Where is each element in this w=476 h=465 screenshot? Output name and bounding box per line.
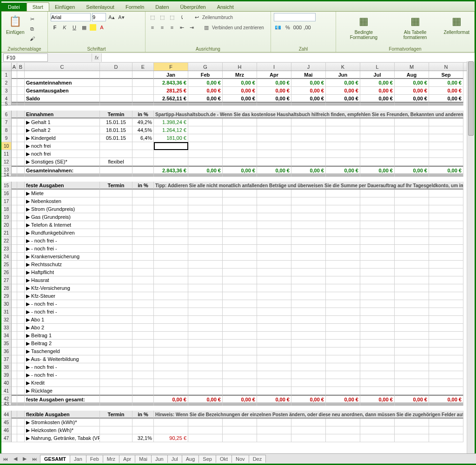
- cell[interactable]: [291, 261, 326, 269]
- row-header[interactable]: 24: [1, 253, 12, 261]
- cell[interactable]: ▶ Rundfunkgebühren: [25, 229, 100, 237]
- sheet-tab[interactable]: Jan: [70, 455, 86, 463]
- cell[interactable]: [395, 261, 429, 269]
- cell[interactable]: [257, 292, 291, 300]
- cell[interactable]: [12, 261, 17, 269]
- align-middle-icon[interactable]: ⬚: [158, 13, 166, 21]
- font-color-button[interactable]: A: [98, 23, 106, 32]
- cell[interactable]: [223, 434, 257, 442]
- currency-icon[interactable]: 💶: [274, 23, 282, 32]
- cell[interactable]: [188, 190, 223, 197]
- cell[interactable]: [360, 205, 395, 213]
- cell[interactable]: [429, 340, 463, 347]
- cell[interactable]: [223, 355, 257, 363]
- cell[interactable]: [223, 300, 257, 308]
- cell[interactable]: ▶ Hausrat: [25, 276, 100, 284]
- cell[interactable]: 0,00 €: [360, 87, 395, 95]
- cell[interactable]: [12, 411, 17, 419]
- cell[interactable]: [132, 142, 154, 150]
- cell[interactable]: ▶ Rechtsschutz: [25, 261, 100, 269]
- cell[interactable]: [223, 229, 257, 237]
- cell[interactable]: [360, 276, 395, 284]
- cell[interactable]: [154, 261, 188, 269]
- cell[interactable]: Mrz: [223, 71, 257, 79]
- cell[interactable]: [395, 419, 429, 426]
- cell[interactable]: [17, 261, 25, 269]
- cell[interactable]: [360, 419, 395, 426]
- cell[interactable]: [188, 205, 223, 213]
- cell[interactable]: [12, 213, 17, 221]
- cell[interactable]: 0,00 €: [154, 395, 188, 403]
- cell[interactable]: [223, 245, 257, 253]
- italic-button[interactable]: K: [60, 23, 69, 32]
- cell[interactable]: [291, 142, 326, 150]
- cell[interactable]: [100, 308, 132, 316]
- row-header[interactable]: 32: [1, 316, 12, 324]
- cell[interactable]: [291, 237, 326, 245]
- cell[interactable]: ▶ Haftpflicht: [25, 269, 100, 276]
- cell[interactable]: [291, 434, 326, 442]
- cell[interactable]: [17, 190, 25, 197]
- cell[interactable]: [395, 134, 429, 142]
- cell[interactable]: [188, 134, 223, 142]
- cell[interactable]: [132, 87, 154, 95]
- cell[interactable]: [188, 213, 223, 221]
- cell[interactable]: [100, 379, 132, 387]
- cell[interactable]: [257, 150, 291, 158]
- cell[interactable]: 0,00 €: [326, 87, 360, 95]
- col-G[interactable]: G: [188, 63, 223, 71]
- cell[interactable]: [429, 284, 463, 292]
- cell[interactable]: Tipp: Addieren Sie alle nicht monatlich …: [154, 182, 463, 190]
- cell[interactable]: [17, 150, 25, 158]
- cell[interactable]: [188, 118, 223, 126]
- cell[interactable]: [100, 221, 132, 229]
- cell[interactable]: [188, 221, 223, 229]
- row-header[interactable]: 22: [1, 237, 12, 245]
- cell[interactable]: [257, 387, 291, 395]
- cell[interactable]: [17, 197, 25, 205]
- format-as-table-button[interactable]: ▦Als Tabelle formatieren: [390, 13, 440, 41]
- cell[interactable]: [100, 245, 132, 253]
- cell[interactable]: [326, 253, 360, 261]
- cell[interactable]: [132, 379, 154, 387]
- cell[interactable]: [326, 276, 360, 284]
- cell[interactable]: [12, 87, 17, 95]
- cell[interactable]: 2.562,11 €: [154, 95, 188, 103]
- col-I[interactable]: I: [257, 63, 291, 71]
- cell[interactable]: [326, 426, 360, 434]
- cell[interactable]: [326, 355, 360, 363]
- cell[interactable]: [100, 253, 132, 261]
- cell[interactable]: [360, 379, 395, 387]
- cell[interactable]: [17, 340, 25, 347]
- cell[interactable]: [429, 363, 463, 371]
- cell[interactable]: [257, 276, 291, 284]
- cell[interactable]: [223, 134, 257, 142]
- col-F[interactable]: F: [154, 63, 188, 71]
- tab-nav-next[interactable]: ▶: [20, 456, 29, 462]
- cell[interactable]: ▶ - noch frei -: [25, 300, 100, 308]
- cell[interactable]: [257, 332, 291, 340]
- cell[interactable]: [291, 426, 326, 434]
- cell[interactable]: 0,00 €: [360, 95, 395, 103]
- cell[interactable]: in %: [132, 182, 154, 190]
- cell[interactable]: [257, 269, 291, 276]
- cell[interactable]: [257, 340, 291, 347]
- cell[interactable]: [395, 253, 429, 261]
- cell[interactable]: ▶ - noch frei -: [25, 308, 100, 316]
- cell[interactable]: 0,00 €: [188, 395, 223, 403]
- cell[interactable]: ▶ noch frei: [25, 150, 100, 158]
- cell[interactable]: [12, 118, 17, 126]
- indent-inc-icon[interactable]: ⇥: [187, 23, 196, 32]
- cell[interactable]: [223, 419, 257, 426]
- sheet-tab[interactable]: Feb: [86, 455, 103, 463]
- cell[interactable]: [395, 332, 429, 340]
- cell[interactable]: [395, 308, 429, 316]
- cell[interactable]: [188, 426, 223, 434]
- cell[interactable]: [257, 253, 291, 261]
- cell[interactable]: [223, 324, 257, 332]
- cell[interactable]: [326, 371, 360, 379]
- cell[interactable]: 0,00 €: [395, 95, 429, 103]
- cell[interactable]: [132, 150, 154, 158]
- cell[interactable]: [12, 142, 17, 150]
- cell[interactable]: [17, 292, 25, 300]
